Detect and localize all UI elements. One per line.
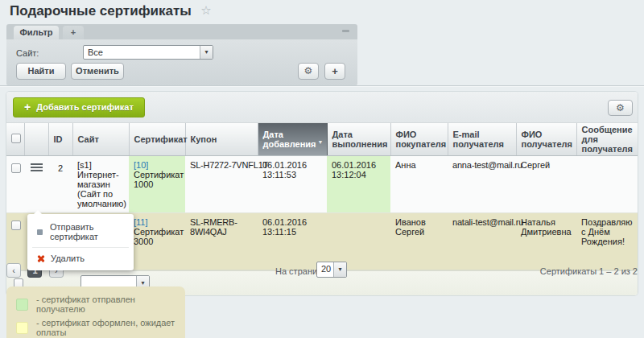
site-filter-select[interactable]: Все ▾ bbox=[83, 45, 213, 60]
delete-x-icon bbox=[37, 254, 45, 262]
table-header-row: ID Сайт Сертификат Купон Дата добавления… bbox=[6, 123, 638, 156]
header-recipient[interactable]: ФИО получателя bbox=[516, 123, 576, 156]
legend-item-pending: - сертификат оформлен, ожидает оплаты bbox=[16, 318, 175, 337]
cell-recipient: Сергей bbox=[516, 156, 576, 213]
site-filter-value: Все bbox=[84, 46, 200, 59]
menu-item-label: Отправить сертификат bbox=[50, 222, 127, 241]
cell-certificate: [10] Сертификат 1000 bbox=[129, 156, 185, 213]
header-id[interactable]: ID bbox=[48, 123, 72, 156]
favorite-star-icon[interactable]: ☆ bbox=[200, 3, 211, 17]
header-date-done[interactable]: Дата выполнения bbox=[327, 123, 390, 156]
status-legend: - сертификат отправлен получателю - серт… bbox=[6, 286, 185, 338]
menu-item-label: Удалить bbox=[51, 254, 85, 263]
legend-sent-label: - сертификат отправлен получателю bbox=[36, 295, 175, 314]
filter-panel: Фильтр + Сайт: Все ▾ Найти Отменить ⚙ + bbox=[6, 24, 357, 85]
chevron-down-icon: ▾ bbox=[200, 46, 213, 59]
page-header: Подарочные сертификаты ☆ bbox=[10, 3, 212, 19]
tab-filter[interactable]: Фильтр bbox=[14, 26, 59, 39]
table-row: 2 [s1] Интернет-магазин (Сайт по умолчан… bbox=[6, 156, 638, 213]
add-certificate-button[interactable]: +Добавить сертификат bbox=[13, 97, 145, 117]
header-checkbox-cell bbox=[6, 123, 24, 156]
cell-id: 2 bbox=[48, 156, 72, 213]
header-date-added[interactable]: Дата добавления▼ bbox=[258, 123, 327, 156]
add-certificate-label: Добавить сертификат bbox=[36, 102, 134, 112]
cell-message bbox=[576, 156, 638, 213]
collapse-filter-icon[interactable] bbox=[342, 30, 349, 32]
gear-icon: ⚙ bbox=[616, 102, 625, 113]
cell-certificate: [11] Сертификат 3000 bbox=[129, 213, 185, 270]
sent-status-swatch bbox=[16, 299, 28, 311]
section-divider bbox=[0, 85, 644, 87]
plus-icon: + bbox=[332, 65, 338, 77]
grid-toolbar: +Добавить сертификат ⚙ bbox=[6, 92, 638, 123]
cell-date-added: 06.01.2016 13:11:53 bbox=[258, 156, 327, 213]
header-certificate[interactable]: Сертификат bbox=[129, 123, 185, 156]
row-checkbox-cell bbox=[6, 213, 24, 270]
header-email[interactable]: E-mail получателя bbox=[448, 123, 516, 156]
chevron-down-icon: ▾ bbox=[333, 262, 346, 277]
legend-pending-label: - сертификат оформлен, ожидает оплаты bbox=[36, 318, 175, 337]
row-context-menu: Отправить сертификат Удалить bbox=[27, 214, 134, 270]
row-checkbox[interactable] bbox=[11, 221, 21, 230]
admin-page: Подарочные сертификаты ☆ Фильтр + Сайт: … bbox=[0, 0, 644, 338]
pending-status-swatch bbox=[16, 322, 28, 334]
cell-email: natali-test@mail.ru bbox=[448, 213, 516, 270]
cell-recipient: Наталья Дмитриевна bbox=[516, 213, 576, 270]
header-message[interactable]: Сообщение для получателя bbox=[576, 123, 638, 156]
filter-body: Сайт: Все ▾ Найти Отменить ⚙ + bbox=[6, 39, 357, 85]
cell-buyer: Иванов Сергей bbox=[390, 213, 448, 270]
legend-item-sent: - сертификат отправлен получателю bbox=[16, 295, 175, 314]
cancel-button[interactable]: Отменить bbox=[71, 63, 124, 80]
gear-icon: ⚙ bbox=[304, 65, 313, 76]
prev-page-button[interactable]: ‹ bbox=[6, 263, 21, 278]
site-filter-label: Сайт: bbox=[16, 48, 39, 58]
row-checkbox[interactable] bbox=[11, 163, 21, 173]
select-all-checkbox[interactable] bbox=[11, 134, 21, 143]
cell-email: anna-test@mail.ru bbox=[448, 156, 516, 213]
filter-add-field-button[interactable]: + bbox=[324, 63, 345, 80]
cell-coupon: SL-H7272-7VNFL1T bbox=[185, 156, 258, 213]
cell-date-done: 06.01.2016 13:12:04 bbox=[327, 156, 390, 213]
row-menu-cell bbox=[24, 156, 48, 213]
page-title: Подарочные сертификаты bbox=[10, 3, 192, 19]
add-filter-tab[interactable]: + bbox=[63, 26, 84, 39]
send-certificate-icon bbox=[37, 229, 43, 235]
certificate-name: Сертификат 3000 bbox=[134, 227, 184, 246]
certificate-link[interactable]: [11] bbox=[134, 217, 148, 227]
row-menu-icon[interactable] bbox=[31, 163, 43, 171]
grid-settings-button[interactable]: ⚙ bbox=[608, 100, 633, 116]
header-site[interactable]: Сайт bbox=[72, 123, 129, 156]
header-buyer[interactable]: ФИО покупателя bbox=[390, 123, 448, 156]
cell-message: Поздравляю с Днём Рождения! bbox=[576, 213, 638, 270]
per-page-value: 20 bbox=[317, 262, 333, 277]
menu-item-send-certificate[interactable]: Отправить сертификат bbox=[27, 220, 134, 244]
header-coupon[interactable]: Купон bbox=[185, 123, 258, 156]
certificate-link[interactable]: [10] bbox=[134, 160, 148, 170]
header-date-added-label: Дата добавления bbox=[263, 130, 316, 149]
header-menu-cell bbox=[24, 123, 48, 156]
find-button[interactable]: Найти bbox=[16, 63, 66, 80]
cell-coupon: SL-RMERB-8WI4QAJ bbox=[185, 213, 258, 270]
menu-separator bbox=[32, 247, 129, 248]
records-summary: Сертификаты 1 – 2 из 2 bbox=[540, 266, 638, 276]
filter-settings-button[interactable]: ⚙ bbox=[298, 63, 319, 80]
per-page-select[interactable]: 20 ▾ bbox=[316, 262, 347, 278]
filter-tabstrip: Фильтр + bbox=[6, 24, 357, 39]
cell-buyer: Анна bbox=[390, 156, 448, 213]
cell-site: [s1] Интернет-магазин (Сайт по умолчанию… bbox=[72, 156, 129, 213]
menu-item-delete[interactable]: Удалить bbox=[27, 251, 134, 266]
row-checkbox-cell bbox=[6, 156, 24, 213]
certificate-name: Сертификат 1000 bbox=[134, 170, 184, 189]
plus-icon: + bbox=[24, 101, 31, 113]
sort-desc-icon: ▼ bbox=[318, 138, 324, 147]
